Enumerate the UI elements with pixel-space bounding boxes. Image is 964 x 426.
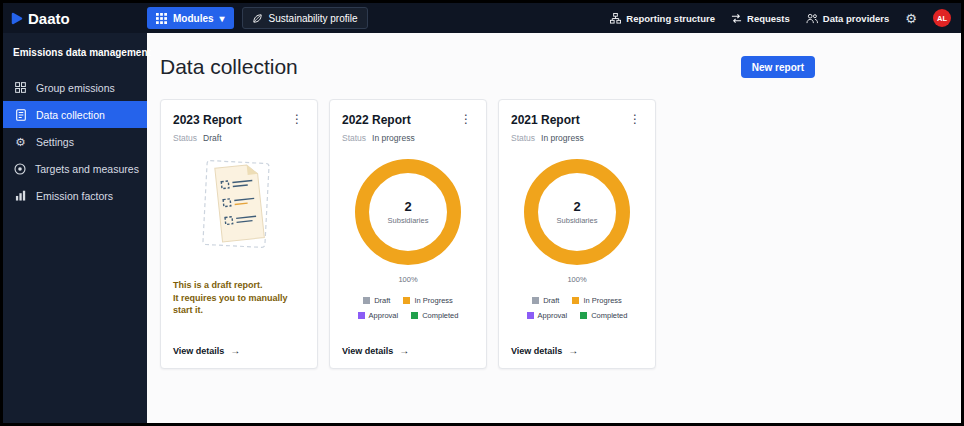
report-card-2021: 2021 Report ⋮ Status In progress 2 Subsi… (498, 99, 656, 369)
report-cards: 2023 Report ⋮ Status Draft (160, 99, 815, 369)
app-logo[interactable]: Daato (11, 10, 147, 27)
topbar-right: Reporting structure Requests Data provid… (610, 9, 951, 27)
status-label: Status (511, 133, 535, 143)
bar-chart-icon (14, 190, 27, 201)
view-details-label: View details (342, 346, 393, 356)
donut-count: 2 (573, 199, 580, 214)
donut-label: Subsidiaries (557, 216, 598, 225)
card-header: 2023 Report ⋮ (173, 113, 305, 127)
legend-swatch (403, 297, 410, 304)
grid-icon (156, 13, 167, 24)
legend-label: Draft (543, 296, 559, 305)
status-row: Status In progress (342, 133, 474, 143)
sustainability-profile-label: Sustainability profile (269, 13, 358, 24)
subsidiaries-donut-chart: 2 Subsidiaries (524, 159, 630, 265)
legend-swatch (572, 297, 579, 304)
new-report-button[interactable]: New report (741, 56, 815, 78)
grid-icon (14, 82, 27, 93)
draft-message-line1: This is a draft report. (173, 279, 305, 292)
legend-swatch (411, 312, 418, 319)
legend-row: Approval Completed (342, 311, 474, 320)
legend-item-completed: Completed (411, 311, 458, 320)
legend-item-completed: Completed (580, 311, 627, 320)
sidebar-item-label: Targets and measures (35, 163, 139, 175)
sidebar: Emissions data management Group emission… (3, 33, 147, 423)
progress-percent: 100% (342, 275, 474, 284)
chevron-down-icon: ▾ (220, 13, 225, 24)
card-title: 2021 Report (511, 113, 580, 127)
main-content: Data collection New report 2023 Report ⋮… (147, 33, 961, 423)
gear-icon[interactable]: ⚙ (905, 12, 917, 25)
main-header: Data collection New report (160, 55, 815, 79)
legend-label: Approval (538, 311, 568, 320)
legend-row: Draft In Progress (511, 296, 643, 305)
status-value: In progress (541, 133, 584, 143)
legend-item-approval: Approval (527, 311, 568, 320)
progress-percent: 100% (511, 275, 643, 284)
sidebar-item-data-collection[interactable]: Data collection (3, 101, 147, 128)
requests-button[interactable]: Requests (731, 13, 790, 24)
sidebar-item-label: Data collection (36, 109, 105, 121)
sitemap-icon (610, 13, 621, 24)
swap-arrows-icon (731, 13, 742, 24)
status-value: Draft (203, 133, 221, 143)
kebab-menu-icon[interactable]: ⋮ (627, 113, 643, 125)
data-providers-label: Data providers (823, 13, 890, 24)
draft-message-line2: It requires you to manually start it. (173, 292, 305, 317)
logo-text: Daato (28, 10, 70, 27)
view-details-link[interactable]: View details → (173, 345, 305, 356)
report-card-2022: 2022 Report ⋮ Status In progress 2 Subsi… (329, 99, 487, 369)
sidebar-nav: Group emissions Data collection ⚙ Settin… (3, 74, 147, 209)
legend-label: Completed (591, 311, 627, 320)
sidebar-item-settings[interactable]: ⚙ Settings (3, 128, 147, 155)
sidebar-item-label: Settings (36, 136, 74, 148)
legend-item-draft: Draft (363, 296, 390, 305)
legend-label: In Progress (414, 296, 452, 305)
card-header: 2021 Report ⋮ (511, 113, 643, 127)
kebab-menu-icon[interactable]: ⋮ (458, 113, 474, 125)
page-title: Data collection (160, 55, 298, 79)
legend-swatch (358, 312, 365, 319)
card-title: 2023 Report (173, 113, 242, 127)
requests-label: Requests (747, 13, 790, 24)
sidebar-item-emission-factors[interactable]: Emission factors (3, 182, 147, 209)
sidebar-item-targets-and-measures[interactable]: Targets and measures (3, 155, 147, 182)
legend-item-in-progress: In Progress (572, 296, 621, 305)
modules-label: Modules (173, 13, 214, 24)
avatar[interactable]: AL (933, 9, 951, 27)
donut-count: 2 (404, 199, 411, 214)
app-body: Emissions data management Group emission… (3, 33, 961, 423)
subsidiaries-donut-chart: 2 Subsidiaries (355, 159, 461, 265)
view-details-label: View details (173, 346, 224, 356)
sidebar-item-label: Emission factors (36, 190, 113, 202)
target-icon (14, 163, 26, 175)
legend-swatch (532, 297, 539, 304)
view-details-link[interactable]: View details → (342, 345, 474, 356)
sustainability-profile-button[interactable]: Sustainability profile (242, 7, 368, 29)
draft-report-illustration (189, 151, 289, 267)
data-providers-button[interactable]: Data providers (806, 13, 890, 24)
sidebar-item-group-emissions[interactable]: Group emissions (3, 74, 147, 101)
legend-swatch (363, 297, 370, 304)
kebab-menu-icon[interactable]: ⋮ (289, 113, 305, 125)
legend-item-approval: Approval (358, 311, 399, 320)
view-details-link[interactable]: View details → (511, 345, 643, 356)
leaf-icon (252, 13, 263, 24)
reporting-structure-button[interactable]: Reporting structure (610, 13, 715, 24)
sidebar-item-label: Group emissions (36, 82, 115, 94)
draft-message: This is a draft report. It requires you … (173, 279, 305, 317)
legend: Draft In Progress Approval (342, 296, 474, 320)
logo-icon (11, 12, 23, 25)
gear-icon: ⚙ (14, 135, 27, 149)
status-value: In progress (372, 133, 415, 143)
modules-button[interactable]: Modules ▾ (147, 7, 234, 29)
arrow-right-icon: → (399, 345, 409, 356)
legend-label: Draft (374, 296, 390, 305)
legend: Draft In Progress Approval (511, 296, 643, 320)
legend-label: Approval (369, 311, 399, 320)
reporting-structure-label: Reporting structure (626, 13, 715, 24)
content-container: Data collection New report 2023 Report ⋮… (160, 55, 815, 369)
status-row: Status Draft (173, 133, 305, 143)
arrow-right-icon: → (230, 345, 240, 356)
arrow-right-icon: → (568, 345, 578, 356)
